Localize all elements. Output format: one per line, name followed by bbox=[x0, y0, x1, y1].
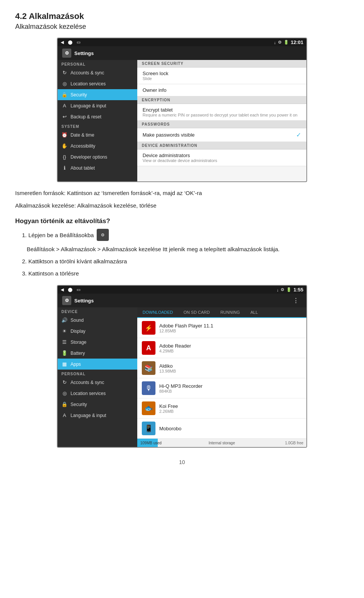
tab-all[interactable]: ALL bbox=[245, 307, 263, 318]
settings-title: Settings bbox=[74, 50, 94, 56]
sidebar-item-accessibility[interactable]: ✋ Accessibility bbox=[58, 140, 137, 151]
sidebar-item-accounts2[interactable]: ↻ Accounts & sync bbox=[58, 377, 137, 388]
step1-text: Lépjen be a Beállításokba bbox=[28, 232, 94, 238]
screenshot2: ◀ ⬤ ▭ ↓ ⚙ 🔋 1:55 ⚙ Settings ⋮ DEVICE 🔊 S… bbox=[57, 285, 307, 448]
how-heading: Hogyan történik az eltávolítás? bbox=[15, 217, 349, 225]
security-icon2: 🔒 bbox=[61, 401, 67, 407]
system-label: SYSTEM bbox=[58, 122, 137, 129]
step1: 1. Lépjen be a Beállításokba ⚙ bbox=[15, 230, 349, 242]
device-admin-title: Device administrators bbox=[143, 153, 301, 158]
device-admin-row[interactable]: Device administrators View or deactivate… bbox=[137, 150, 306, 166]
sound-icon: 🔊 bbox=[61, 317, 67, 323]
encrypt-sub: Require a numeric PIN or password to dec… bbox=[143, 113, 301, 117]
encrypt-title: Encrypt tablet bbox=[143, 107, 301, 113]
owner-info-row[interactable]: Owner info bbox=[137, 84, 306, 96]
battery-label: Battery bbox=[71, 351, 85, 356]
gear-icon2: ⚙ bbox=[281, 287, 284, 292]
sidebar-item-battery[interactable]: 🔋 Battery bbox=[58, 348, 137, 359]
step1-num: 1. bbox=[22, 232, 27, 238]
para1: Ismeretlen források: Kattintson az ‘Isme… bbox=[15, 189, 349, 198]
battery-icon: 🔋 bbox=[284, 40, 289, 45]
moborobo-icon-symbol: 📱 bbox=[144, 424, 153, 433]
aldiko-name: Aldiko bbox=[159, 363, 176, 369]
step2: 2. Kattiktson a törölni kívánt alkalmazá… bbox=[15, 257, 349, 266]
accounts-icon2: ↻ bbox=[61, 379, 67, 385]
sidebar-item-display[interactable]: ☀ Display bbox=[58, 326, 137, 337]
step2-num: 2. bbox=[22, 258, 27, 264]
datetime-label: Date & time bbox=[71, 132, 94, 138]
screen-security-header: SCREEN SECURITY bbox=[137, 60, 306, 68]
section-number-title: 4.2 Alkalmazások bbox=[15, 11, 349, 21]
flash-icon-symbol: ⚡ bbox=[145, 324, 152, 332]
titlebar1: ⚙ Settings bbox=[58, 46, 306, 60]
main-screen-1: PERSONAL ↻ Accounts & sync ◎ Location se… bbox=[58, 60, 306, 181]
home-icon2: ⬤ bbox=[68, 287, 72, 292]
hiq-icon-symbol: 🎙 bbox=[145, 384, 152, 392]
app-row-moborobo[interactable]: 📱 Moborobo bbox=[137, 419, 306, 439]
section-title: Alkalmazások bbox=[29, 11, 84, 21]
gear-icon: ⚙ bbox=[278, 40, 282, 45]
reader-icon-symbol: A bbox=[146, 344, 151, 352]
sidebar-item-location[interactable]: ◎ Location services bbox=[58, 78, 137, 89]
flash-icon: ⚡ bbox=[142, 321, 155, 335]
statusbar1: ◀ ⬤ ▭ ↓ ⚙ 🔋 12:01 bbox=[58, 38, 306, 46]
sidebar-item-storage[interactable]: ☰ Storage bbox=[58, 337, 137, 348]
screen-lock-row[interactable]: Screen lock Slide bbox=[137, 68, 306, 84]
sidebar-item-apps[interactable]: ▦ Apps bbox=[58, 359, 137, 370]
flash-size: 12.85MB bbox=[159, 329, 213, 333]
step3-text: Kattintson a törlésre bbox=[28, 270, 79, 277]
encryption-header: ENCRYPTION bbox=[137, 96, 306, 104]
app-row-koi[interactable]: 🐟 Koi Free 2.26MB bbox=[137, 398, 306, 419]
sidebar-item-sound[interactable]: 🔊 Sound bbox=[58, 315, 137, 326]
step3-num: 3. bbox=[22, 270, 27, 277]
aldiko-icon: 📚 bbox=[142, 361, 155, 375]
step1-path-text: Beállítások > Alkalmazások > Alkalmazáso… bbox=[27, 246, 280, 252]
sidebar-item-location2[interactable]: ◎ Location services bbox=[58, 388, 137, 399]
language-label2: Language & input bbox=[71, 413, 106, 418]
section-number: 4.2 bbox=[15, 11, 27, 21]
content-panel-2: DOWNLOADED ON SD CARD RUNNING ALL ⚡ Adob… bbox=[137, 307, 306, 447]
accounts-label: Accounts & sync bbox=[71, 70, 104, 76]
tab-running[interactable]: RUNNING bbox=[215, 307, 245, 318]
sidebar-item-security[interactable]: 🔒 Security bbox=[58, 89, 137, 100]
sidebar-item-accounts[interactable]: ↻ Accounts & sync bbox=[58, 67, 137, 78]
sidebar-item-about[interactable]: ℹ About tablet bbox=[58, 162, 137, 173]
encrypt-tablet-row[interactable]: Encrypt tablet Require a numeric PIN or … bbox=[137, 104, 306, 121]
settings-app-icon2: ⚙ bbox=[62, 296, 71, 305]
device-label: DEVICE bbox=[58, 307, 137, 315]
sidebar-item-language2[interactable]: A Language & input bbox=[58, 410, 137, 421]
settings-title2: Settings bbox=[74, 298, 94, 304]
sidebar-item-language[interactable]: A Language & input bbox=[58, 100, 137, 111]
storage-label: Storage bbox=[71, 340, 86, 345]
wifi-icon: ↓ bbox=[274, 40, 276, 45]
reader-name: Adobe Reader bbox=[159, 343, 191, 349]
accounts-icon: ↻ bbox=[61, 70, 67, 76]
display-label: Display bbox=[71, 329, 85, 334]
sidebar-item-backup[interactable]: ↩ Backup & reset bbox=[58, 111, 137, 122]
wifi-icon2: ↓ bbox=[276, 288, 279, 292]
step2-text: Kattiktson a törölni kívánt alkalmazásra bbox=[28, 258, 127, 264]
tab-on-sd-card[interactable]: ON SD CARD bbox=[178, 307, 215, 318]
back-icon2: ◀ bbox=[61, 287, 64, 292]
tab-downloaded[interactable]: DOWNLOADED bbox=[137, 307, 178, 318]
sidebar-item-datetime[interactable]: ⏰ Date & time bbox=[58, 129, 137, 140]
about-icon: ℹ bbox=[61, 165, 67, 171]
hiq-name: Hi-Q MP3 Recorder bbox=[159, 383, 202, 389]
sidebar-item-developer[interactable]: {} Developer options bbox=[58, 151, 137, 162]
screen-lock-sub: Slide bbox=[143, 76, 301, 81]
app-list: ⚡ Adobe Flash Player 11.1 12.85MB A Adob… bbox=[137, 318, 306, 447]
app-row-aldiko[interactable]: 📚 Aldiko 13.98MB bbox=[137, 358, 306, 378]
app-row-hiq[interactable]: 🎙 Hi-Q MP3 Recorder 884KB bbox=[137, 378, 306, 398]
flash-info: Adobe Flash Player 11.1 12.85MB bbox=[159, 323, 213, 333]
apps-icon: ▦ bbox=[61, 361, 67, 367]
overflow-menu-icon[interactable]: ⋮ bbox=[290, 297, 302, 304]
settings-inline-icon: ⚙ bbox=[97, 229, 109, 241]
app-row-reader[interactable]: A Adobe Reader 4.29MB bbox=[137, 338, 306, 358]
make-passwords-row[interactable]: Make passwords visible ✓ bbox=[137, 128, 306, 142]
hiq-icon: 🎙 bbox=[142, 381, 155, 395]
sidebar-item-security2[interactable]: 🔒 Security bbox=[58, 399, 137, 410]
storage-used-label: 109MB used bbox=[140, 441, 162, 445]
app-row-flash[interactable]: ⚡ Adobe Flash Player 11.1 12.85MB bbox=[137, 318, 306, 338]
sound-label: Sound bbox=[71, 318, 84, 323]
status-icons-right2: ↓ ⚙ 🔋 1:55 bbox=[276, 287, 303, 293]
